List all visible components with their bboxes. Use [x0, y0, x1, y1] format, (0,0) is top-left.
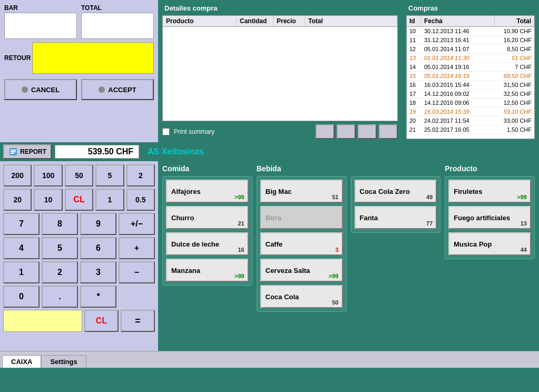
action-btn-1[interactable] — [316, 124, 335, 139]
num-9[interactable]: 9 — [80, 213, 116, 235]
compras-row[interactable]: 21 25.02.2017 16:05 1,50 CHF — [407, 125, 534, 134]
action-btn-4[interactable] — [379, 124, 398, 139]
alfajores-count: >99 — [234, 194, 244, 200]
num-7[interactable]: 7 — [3, 213, 40, 235]
compras-row-id: 20 — [407, 117, 422, 124]
category-comida: Comida Alfajores>99 Churro21 Dulce de le… — [162, 164, 252, 348]
product-fuego[interactable]: Fuego artificiales13 — [448, 206, 531, 229]
comida-box: Alfajores>99 Churro21 Dulce de leche16 M… — [162, 176, 252, 286]
compras-row[interactable]: 13 01.01.2014 11:30 51 CHF — [407, 54, 534, 63]
product-manzana[interactable]: Manzana>99 — [166, 259, 249, 282]
product-colazeero[interactable]: Coca Cola Zero49 — [355, 180, 437, 203]
compras-row-fecha: 05.01.2014 19:16 — [422, 63, 495, 71]
num-plusminus[interactable]: +/− — [119, 213, 155, 235]
denom-20[interactable]: 20 — [3, 189, 32, 211]
compras-row-fecha: 14.12.2016 09:02 — [422, 90, 495, 97]
compras-row-total: 33,00 CHF — [495, 117, 534, 124]
product-cocacola[interactable]: Coca Cola50 — [260, 285, 343, 308]
denom-5[interactable]: 5 — [95, 164, 124, 187]
svg-rect-3 — [11, 153, 14, 154]
product-cerveza[interactable]: Cerveza Salta>99 — [260, 259, 343, 282]
print-summary-checkbox[interactable] — [162, 128, 170, 135]
num-2[interactable]: 2 — [42, 261, 78, 283]
compras-row[interactable]: 18 14.12.2016 09:06 12,50 CHF — [407, 99, 534, 107]
denom-cl[interactable]: CL — [65, 189, 93, 211]
report-icon — [8, 147, 18, 156]
comida-title: Comida — [162, 164, 252, 173]
tab-settings[interactable]: Settings — [41, 355, 86, 368]
retour-input[interactable] — [32, 42, 154, 74]
accept-button[interactable]: ACCEPT — [81, 79, 154, 100]
compras-body[interactable]: 10 30.12.2013 11:46 10,90 CHF 11 31.12.2… — [407, 27, 534, 139]
num-1[interactable]: 1 — [3, 261, 40, 283]
product-churro[interactable]: Churro21 — [166, 206, 249, 229]
compras-row-total: 51 CHF — [495, 54, 534, 62]
compras-row[interactable]: 20 24.02.2017 11:54 33,00 CHF — [407, 116, 534, 125]
calc-cl-button[interactable]: CL — [84, 310, 119, 332]
product-birra[interactable]: Birra — [260, 206, 343, 229]
num-6[interactable]: 6 — [80, 237, 116, 259]
num-plus[interactable]: + — [119, 237, 155, 259]
compras-row[interactable]: 12 05.01.2014 11:07 8,50 CHF — [407, 45, 534, 54]
product-dulce[interactable]: Dulce de leche16 — [166, 232, 249, 256]
tab-bar: CAIXA Settings — [0, 351, 539, 368]
tab-caixa[interactable]: CAIXA — [2, 355, 41, 368]
num-dot[interactable]: . — [42, 286, 78, 308]
calc-eq-button[interactable]: = — [121, 310, 155, 332]
products-area: Comida Alfajores>99 Churro21 Dulce de le… — [158, 161, 539, 351]
compras-header: Id Fecha Total — [407, 16, 534, 27]
total-input[interactable] — [81, 13, 154, 39]
compras-row-id: 11 — [407, 36, 422, 44]
compras-title: Compras — [406, 3, 535, 13]
product-firuletes[interactable]: Firuletes>99 — [448, 180, 531, 203]
report-button[interactable]: REPORT — [3, 144, 52, 159]
action-btn-2[interactable] — [337, 124, 356, 139]
cocacola-count: 50 — [332, 299, 338, 306]
bebida2-title — [351, 164, 441, 173]
bar-input[interactable] — [4, 13, 77, 39]
denom-05[interactable]: 0.5 — [126, 189, 155, 211]
denom-row-1: 200 100 50 5 2 — [3, 164, 155, 187]
compras-row[interactable]: 10 30.12.2013 11:46 10,90 CHF — [407, 27, 534, 36]
product-fanta[interactable]: Fanta77 — [355, 206, 437, 229]
detalles-table: Producto Cantidad Precio Total — [162, 15, 398, 121]
compras-row[interactable]: 19 16.03.2014 15:39 59,10 CHF — [407, 107, 534, 116]
num-3[interactable]: 3 — [80, 261, 116, 283]
cancel-button[interactable]: CANCEL — [4, 79, 77, 100]
print-summary-label: Print summary — [174, 128, 214, 135]
calc-display[interactable] — [3, 310, 82, 332]
compras-row[interactable]: 15 05.01.2014 16:19 68,50 CHF — [407, 72, 534, 81]
num-8[interactable]: 8 — [42, 213, 78, 235]
product-bigmac[interactable]: Big Mac51 — [260, 180, 343, 203]
compras-row-fecha: 24.02.2017 11:54 — [422, 117, 495, 124]
denom-200[interactable]: 200 — [3, 164, 32, 187]
product-alfajores[interactable]: Alfajores>99 — [166, 180, 249, 203]
col-precio-header: Precio — [273, 16, 305, 26]
action-btn-3[interactable] — [358, 124, 377, 139]
denom-100[interactable]: 100 — [34, 164, 62, 187]
compras-row-fecha: 31.12.2013 16:41 — [422, 36, 495, 44]
denom-50[interactable]: 50 — [65, 164, 93, 187]
detalles-body — [163, 27, 397, 121]
denom-10[interactable]: 10 — [34, 189, 62, 211]
compras-row-total: 32,50 CHF — [495, 90, 534, 97]
num-4[interactable]: 4 — [3, 237, 40, 259]
compras-row[interactable]: 16 16.03.2015 15:44 31,50 CHF — [407, 81, 534, 90]
denom-1[interactable]: 1 — [95, 189, 124, 211]
accept-icon — [99, 86, 105, 93]
compras-row-total: 8,50 CHF — [495, 45, 534, 53]
denom-2[interactable]: 2 — [126, 164, 155, 187]
num-0[interactable]: 0 — [3, 286, 40, 308]
compras-row[interactable]: 11 31.12.2013 16:41 16,20 CHF — [407, 36, 534, 45]
num-5[interactable]: 5 — [42, 237, 78, 259]
num-multiply[interactable]: * — [80, 286, 116, 308]
fanta-count: 77 — [426, 220, 433, 227]
compras-row-id: 19 — [407, 108, 422, 115]
product-caffe[interactable]: Caffe3 — [260, 232, 343, 256]
bebida-box: Big Mac51 Birra Caffe3 Cerveza Salta>99 … — [257, 176, 347, 312]
compras-row[interactable]: 17 14.12.2016 09:02 32,50 CHF — [407, 90, 534, 99]
compras-row[interactable]: 14 05.01.2014 19:16 7 CHF — [407, 63, 534, 72]
product-musica[interactable]: Musica Pop44 — [448, 232, 531, 256]
compras-row-fecha: 16.03.2015 15:44 — [422, 81, 495, 89]
num-minus[interactable]: − — [119, 261, 155, 283]
